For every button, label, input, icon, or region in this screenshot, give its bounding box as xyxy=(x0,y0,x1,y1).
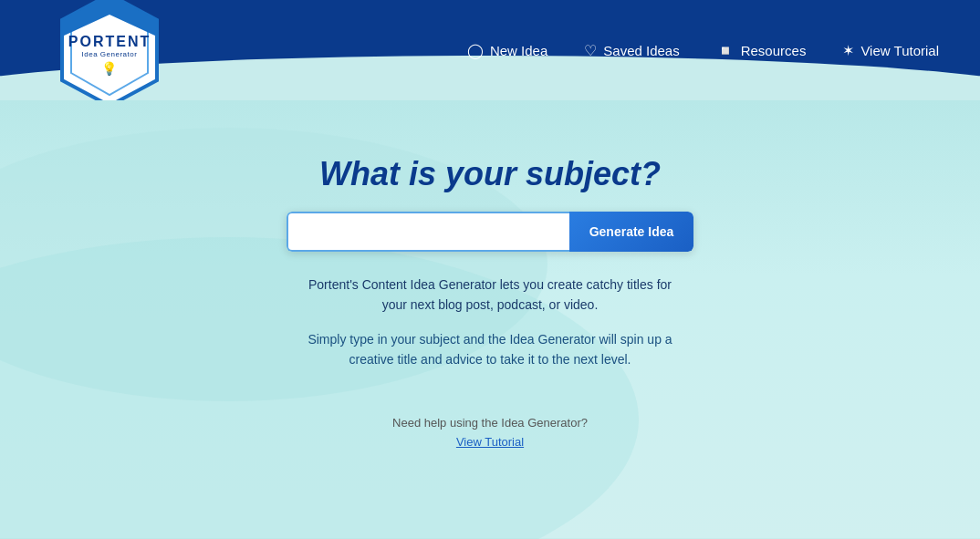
nav-label-resources: Resources xyxy=(741,43,807,58)
tutorial-link[interactable]: View Tutorial xyxy=(456,435,524,449)
logo-hex: PORTENT Idea Generator 💡 xyxy=(55,0,164,100)
content-wrapper: What is your subject? Generate Idea Port… xyxy=(0,155,980,450)
nav-item-resources[interactable]: ◽ Resources xyxy=(703,37,820,64)
heart-icon: ♡ xyxy=(584,42,597,59)
main-nav: ◯ New Idea ♡ Saved Ideas ◽ Resources ✶ V… xyxy=(454,37,953,64)
main-content: What is your subject? Generate Idea Port… xyxy=(0,100,980,538)
header: PORTENT Idea Generator 💡 ◯ New Idea ♡ Sa… xyxy=(0,0,980,100)
logo-brand: PORTENT xyxy=(68,34,151,50)
grid-icon: ◽ xyxy=(716,42,735,59)
nav-label-new-idea: New Idea xyxy=(490,43,547,58)
nav-item-view-tutorial[interactable]: ✶ View Tutorial xyxy=(829,37,953,64)
bulb-icon: 💡 xyxy=(101,61,117,76)
subject-input[interactable] xyxy=(287,212,569,252)
nav-item-saved-ideas[interactable]: ♡ Saved Ideas xyxy=(570,37,693,64)
logo-tagline: Idea Generator xyxy=(82,50,138,58)
logo-container: PORTENT Idea Generator 💡 xyxy=(55,0,164,100)
generate-button[interactable]: Generate Idea xyxy=(569,212,694,252)
circle-icon: ◯ xyxy=(467,42,484,59)
help-section: Need help using the Idea Generator? View… xyxy=(392,416,588,450)
page-title: What is your subject? xyxy=(319,155,661,193)
logo-text-wrapper: PORTENT Idea Generator 💡 xyxy=(68,34,151,76)
help-label: Need help using the Idea Generator? xyxy=(392,416,588,430)
nav-label-saved-ideas: Saved Ideas xyxy=(603,43,679,58)
help-text: Need help using the Idea Generator? xyxy=(392,416,588,430)
description-1: Portent's Content Idea Generator lets yo… xyxy=(298,275,682,316)
input-row: Generate Idea xyxy=(287,212,694,252)
nav-item-new-idea[interactable]: ◯ New Idea xyxy=(454,37,561,64)
description-2: Simply type in your subject and the Idea… xyxy=(298,329,682,370)
nav-label-view-tutorial: View Tutorial xyxy=(860,43,939,58)
star-icon: ✶ xyxy=(842,42,854,59)
